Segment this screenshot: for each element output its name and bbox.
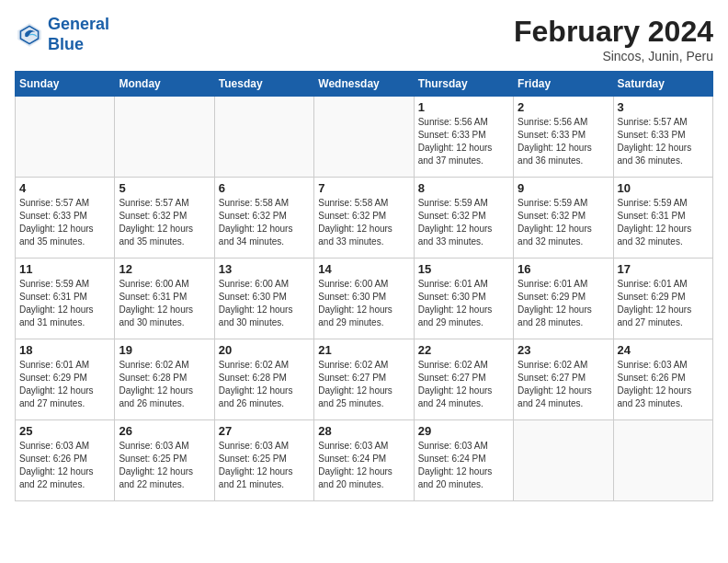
table-row: 3Sunrise: 5:57 AM Sunset: 6:33 PM Daylig… — [613, 97, 712, 178]
week-row-2: 4Sunrise: 5:57 AM Sunset: 6:33 PM Daylig… — [16, 178, 713, 259]
table-row: 17Sunrise: 6:01 AM Sunset: 6:29 PM Dayli… — [613, 259, 712, 339]
page-header: General Blue February 2024 Sincos, Junin… — [15, 15, 713, 63]
day-number: 14 — [318, 262, 409, 276]
day-info: Sunrise: 5:56 AM Sunset: 6:33 PM Dayligh… — [518, 116, 609, 167]
table-row: 22Sunrise: 6:02 AM Sunset: 6:27 PM Dayli… — [414, 339, 513, 420]
day-number: 17 — [618, 262, 709, 276]
table-row: 25Sunrise: 6:03 AM Sunset: 6:26 PM Dayli… — [16, 420, 115, 501]
day-info: Sunrise: 5:57 AM Sunset: 6:32 PM Dayligh… — [119, 197, 210, 248]
day-number: 12 — [119, 262, 210, 276]
table-row: 20Sunrise: 6:02 AM Sunset: 6:28 PM Dayli… — [214, 339, 313, 420]
day-number: 23 — [518, 343, 609, 357]
day-number: 3 — [618, 100, 709, 114]
table-row — [115, 97, 214, 178]
day-number: 5 — [119, 181, 210, 195]
day-number: 27 — [219, 424, 310, 438]
calendar-table: Sunday Monday Tuesday Wednesday Thursday… — [15, 71, 713, 501]
table-row: 21Sunrise: 6:02 AM Sunset: 6:27 PM Dayli… — [314, 339, 414, 420]
table-row — [314, 97, 414, 178]
day-info: Sunrise: 6:00 AM Sunset: 6:30 PM Dayligh… — [219, 278, 310, 329]
col-thursday: Thursday — [414, 72, 513, 97]
day-info: Sunrise: 6:02 AM Sunset: 6:28 PM Dayligh… — [119, 359, 210, 410]
table-row: 19Sunrise: 6:02 AM Sunset: 6:28 PM Dayli… — [115, 339, 214, 420]
logo-text: General Blue — [48, 15, 109, 54]
day-number: 25 — [19, 424, 110, 438]
day-number: 26 — [119, 424, 210, 438]
table-row — [514, 420, 613, 501]
table-row: 9Sunrise: 5:59 AM Sunset: 6:32 PM Daylig… — [514, 178, 613, 259]
day-number: 7 — [318, 181, 409, 195]
day-number: 9 — [518, 181, 609, 195]
col-friday: Friday — [514, 72, 613, 97]
day-number: 21 — [318, 343, 409, 357]
table-row: 14Sunrise: 6:00 AM Sunset: 6:30 PM Dayli… — [314, 259, 414, 339]
week-row-4: 18Sunrise: 6:01 AM Sunset: 6:29 PM Dayli… — [16, 339, 713, 420]
week-row-1: 1Sunrise: 5:56 AM Sunset: 6:33 PM Daylig… — [16, 97, 713, 178]
logo: General Blue — [15, 15, 109, 54]
table-row: 18Sunrise: 6:01 AM Sunset: 6:29 PM Dayli… — [16, 339, 115, 420]
day-number: 11 — [19, 262, 110, 276]
day-info: Sunrise: 6:03 AM Sunset: 6:24 PM Dayligh… — [418, 440, 509, 491]
day-number: 8 — [418, 181, 509, 195]
table-row: 8Sunrise: 5:59 AM Sunset: 6:32 PM Daylig… — [414, 178, 513, 259]
table-row — [613, 420, 712, 501]
day-info: Sunrise: 6:01 AM Sunset: 6:30 PM Dayligh… — [418, 278, 509, 329]
table-row: 26Sunrise: 6:03 AM Sunset: 6:25 PM Dayli… — [115, 420, 214, 501]
day-info: Sunrise: 5:57 AM Sunset: 6:33 PM Dayligh… — [618, 116, 709, 167]
day-number: 19 — [119, 343, 210, 357]
day-number: 2 — [518, 100, 609, 114]
day-number: 6 — [219, 181, 310, 195]
day-info: Sunrise: 5:59 AM Sunset: 6:31 PM Dayligh… — [618, 197, 709, 248]
table-row: 12Sunrise: 6:00 AM Sunset: 6:31 PM Dayli… — [115, 259, 214, 339]
logo-icon — [15, 20, 44, 50]
day-info: Sunrise: 6:02 AM Sunset: 6:27 PM Dayligh… — [318, 359, 409, 410]
day-info: Sunrise: 6:03 AM Sunset: 6:25 PM Dayligh… — [119, 440, 210, 491]
table-row: 7Sunrise: 5:58 AM Sunset: 6:32 PM Daylig… — [314, 178, 414, 259]
day-number: 24 — [618, 343, 709, 357]
day-info: Sunrise: 5:57 AM Sunset: 6:33 PM Dayligh… — [19, 197, 110, 248]
logo-line2: Blue — [48, 35, 84, 53]
day-number: 15 — [418, 262, 509, 276]
day-info: Sunrise: 6:03 AM Sunset: 6:26 PM Dayligh… — [618, 359, 709, 410]
day-number: 22 — [418, 343, 509, 357]
day-info: Sunrise: 5:58 AM Sunset: 6:32 PM Dayligh… — [318, 197, 409, 248]
day-info: Sunrise: 6:03 AM Sunset: 6:26 PM Dayligh… — [19, 440, 110, 491]
day-info: Sunrise: 5:59 AM Sunset: 6:31 PM Dayligh… — [19, 278, 110, 329]
table-row: 28Sunrise: 6:03 AM Sunset: 6:24 PM Dayli… — [314, 420, 414, 501]
table-row: 2Sunrise: 5:56 AM Sunset: 6:33 PM Daylig… — [514, 97, 613, 178]
table-row: 10Sunrise: 5:59 AM Sunset: 6:31 PM Dayli… — [613, 178, 712, 259]
logo-line1: General — [48, 15, 109, 33]
day-info: Sunrise: 6:03 AM Sunset: 6:24 PM Dayligh… — [318, 440, 409, 491]
day-info: Sunrise: 6:01 AM Sunset: 6:29 PM Dayligh… — [618, 278, 709, 329]
day-info: Sunrise: 6:02 AM Sunset: 6:28 PM Dayligh… — [219, 359, 310, 410]
table-row: 4Sunrise: 5:57 AM Sunset: 6:33 PM Daylig… — [16, 178, 115, 259]
title-area: February 2024 Sincos, Junin, Peru — [514, 15, 713, 63]
day-number: 20 — [219, 343, 310, 357]
month-title: February 2024 — [514, 15, 713, 49]
week-row-3: 11Sunrise: 5:59 AM Sunset: 6:31 PM Dayli… — [16, 259, 713, 339]
col-monday: Monday — [115, 72, 214, 97]
day-info: Sunrise: 6:00 AM Sunset: 6:31 PM Dayligh… — [119, 278, 210, 329]
table-row — [214, 97, 313, 178]
day-info: Sunrise: 6:00 AM Sunset: 6:30 PM Dayligh… — [318, 278, 409, 329]
day-info: Sunrise: 6:03 AM Sunset: 6:25 PM Dayligh… — [219, 440, 310, 491]
day-info: Sunrise: 5:58 AM Sunset: 6:32 PM Dayligh… — [219, 197, 310, 248]
col-wednesday: Wednesday — [314, 72, 414, 97]
day-info: Sunrise: 5:56 AM Sunset: 6:33 PM Dayligh… — [418, 116, 509, 167]
day-number: 1 — [418, 100, 509, 114]
day-info: Sunrise: 6:02 AM Sunset: 6:27 PM Dayligh… — [418, 359, 509, 410]
day-number: 28 — [318, 424, 409, 438]
col-tuesday: Tuesday — [214, 72, 313, 97]
table-row: 6Sunrise: 5:58 AM Sunset: 6:32 PM Daylig… — [214, 178, 313, 259]
day-number: 16 — [518, 262, 609, 276]
day-number: 13 — [219, 262, 310, 276]
table-row — [16, 97, 115, 178]
table-row: 13Sunrise: 6:00 AM Sunset: 6:30 PM Dayli… — [214, 259, 313, 339]
day-info: Sunrise: 6:01 AM Sunset: 6:29 PM Dayligh… — [518, 278, 609, 329]
day-number: 29 — [418, 424, 509, 438]
table-row: 5Sunrise: 5:57 AM Sunset: 6:32 PM Daylig… — [115, 178, 214, 259]
day-info: Sunrise: 5:59 AM Sunset: 6:32 PM Dayligh… — [418, 197, 509, 248]
table-row: 1Sunrise: 5:56 AM Sunset: 6:33 PM Daylig… — [414, 97, 513, 178]
location-subtitle: Sincos, Junin, Peru — [514, 49, 713, 63]
col-saturday: Saturday — [613, 72, 712, 97]
